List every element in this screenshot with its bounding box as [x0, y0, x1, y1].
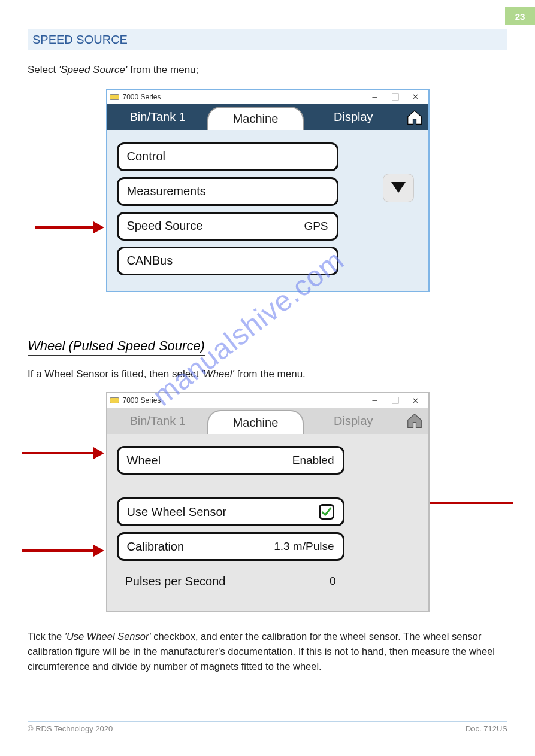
note-part: Tick the — [28, 631, 65, 642]
tab-machine[interactable]: Machine — [207, 410, 304, 434]
chevron-down-icon — [390, 181, 407, 195]
window-title: 7000 Series — [123, 93, 161, 101]
row-pps-value: 0 — [330, 575, 336, 588]
arrow-to-speed-source — [35, 226, 95, 229]
footer-left: © RDS Technology 2020 — [28, 724, 113, 733]
tab-bin-tank[interactable]: Bin/Tank 1 — [111, 104, 205, 130]
row-control[interactable]: Control — [117, 142, 338, 171]
use-wheel-checkbox[interactable] — [319, 504, 334, 520]
row-calibration[interactable]: Calibration 1.3 m/Pulse — [117, 532, 344, 561]
home-icon — [406, 412, 424, 430]
minimize-icon[interactable] — [365, 394, 385, 406]
row-measurements[interactable]: Measurements — [117, 177, 338, 206]
subheading: Wheel (Pulsed Speed Source) — [28, 338, 205, 356]
section-banner: SPEED SOURCE — [28, 29, 507, 50]
row-canbus-label: CANBus — [127, 254, 328, 268]
arrow-to-calibration — [22, 549, 95, 552]
maximize-icon[interactable] — [385, 91, 406, 103]
row-wheel-value: Enabled — [292, 454, 334, 467]
row-speed-source[interactable]: Speed Source GPS — [117, 212, 338, 241]
intro-text: Select 'Speed Source' from the menu; — [28, 62, 507, 78]
screenshot-1-body: Control Measurements Speed Source GPS CA… — [107, 130, 428, 291]
arrow-to-wheel — [22, 452, 95, 454]
row-pps-label: Pulses per Second — [125, 575, 330, 588]
note-paragraph: Tick the 'Use Wheel Sensor' checkbox, an… — [28, 629, 507, 673]
tab-display[interactable]: Display — [306, 104, 400, 130]
screenshot-1: 7000 Series Bin/Tank 1 Machine Display C… — [106, 89, 430, 292]
separator — [28, 309, 507, 309]
minimize-icon[interactable] — [365, 91, 385, 103]
page-number-badge: 23 — [505, 7, 535, 25]
home-button[interactable] — [401, 104, 428, 130]
window-title: 7000 Series — [123, 396, 161, 405]
maximize-icon[interactable] — [385, 394, 406, 406]
intro-text-quote: 'Speed Source' — [59, 64, 127, 75]
sub-para-part: from the menu. — [234, 368, 306, 379]
tab-row: Bin/Tank 1 Machine Display — [107, 408, 428, 434]
app-icon — [110, 94, 119, 100]
app-icon — [110, 397, 119, 403]
close-icon[interactable] — [406, 91, 426, 103]
note-quote: 'Use Wheel Sensor' — [65, 631, 151, 642]
row-calibration-label: Calibration — [127, 540, 274, 554]
home-icon — [406, 108, 424, 126]
screenshot-2: 7000 Series Bin/Tank 1 Machine Display W… — [106, 392, 430, 612]
screenshot-2-body: Wheel Enabled Use Wheel Sensor Calibrati… — [107, 434, 428, 611]
home-button[interactable] — [401, 408, 428, 434]
row-canbus[interactable]: CANBus — [117, 247, 338, 275]
row-speed-source-label: Speed Source — [127, 219, 304, 233]
row-pulses-per-second: Pulses per Second 0 — [117, 567, 344, 596]
row-measurements-label: Measurements — [127, 184, 328, 198]
check-icon — [321, 506, 332, 517]
intro-text-part: Select — [28, 64, 59, 75]
tab-bin-tank[interactable]: Bin/Tank 1 — [111, 408, 205, 434]
footer-right: Doc. 712US — [466, 724, 507, 733]
row-calibration-value: 1.3 m/Pulse — [274, 540, 334, 553]
row-use-wheel-sensor[interactable]: Use Wheel Sensor — [117, 497, 344, 526]
row-speed-source-value: GPS — [304, 220, 328, 233]
row-wheel-label: Wheel — [127, 454, 292, 467]
banner-text: SPEED SOURCE — [32, 33, 128, 47]
row-control-label: Control — [127, 150, 328, 163]
sub-para-quote: 'Wheel' — [201, 368, 234, 379]
window-titlebar: 7000 Series — [107, 90, 428, 104]
screenshot-2-wrap: 7000 Series Bin/Tank 1 Machine Display W… — [0, 392, 535, 612]
scroll-down-button[interactable] — [383, 174, 414, 202]
screenshot-1-wrap: 7000 Series Bin/Tank 1 Machine Display C… — [0, 89, 535, 292]
sub-para: If a Wheel Sensor is fitted, then select… — [28, 366, 507, 382]
intro-text-part: from the menu; — [127, 64, 198, 75]
window-titlebar: 7000 Series — [107, 393, 428, 408]
close-icon[interactable] — [406, 394, 426, 406]
tab-display[interactable]: Display — [306, 408, 400, 434]
row-use-wheel-label: Use Wheel Sensor — [127, 505, 319, 519]
page-footer: © RDS Technology 2020 Doc. 712US — [28, 721, 507, 733]
sub-para-part: If a Wheel Sensor is fitted, then select — [28, 368, 201, 379]
tab-machine[interactable]: Machine — [207, 107, 304, 130]
tab-row: Bin/Tank 1 Machine Display — [107, 104, 428, 130]
row-wheel[interactable]: Wheel Enabled — [117, 446, 344, 475]
